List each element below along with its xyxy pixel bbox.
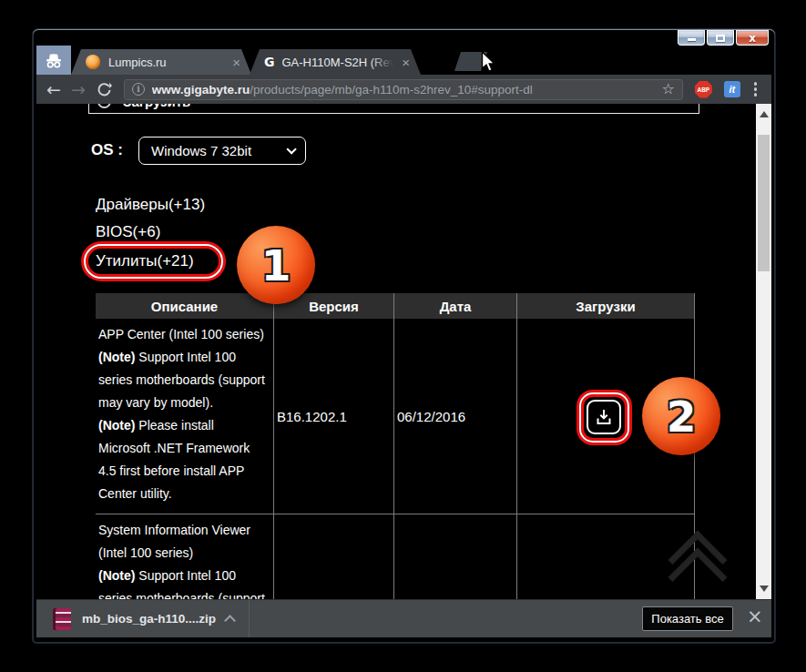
table-cell-downloads [516, 514, 695, 599]
scroll-down-icon[interactable] [760, 585, 769, 592]
page-info-icon[interactable]: i [132, 83, 145, 96]
url-domain: www.gigabyte.ru [152, 83, 250, 97]
column-header: Дата [393, 293, 516, 319]
window-minimize-button[interactable] [678, 30, 705, 46]
os-select-dropdown[interactable]: Windows 7 32bit [138, 137, 306, 165]
tab-gigabyte[interactable]: G GA-H110M-S2H (Rev. 1.0 × [250, 49, 421, 75]
incognito-spy-icon [44, 53, 64, 68]
column-header: Загрузки [516, 293, 695, 319]
download-icon [593, 406, 615, 428]
maximize-icon [716, 35, 725, 42]
table-cell-date: 06/12/2016 [393, 319, 516, 514]
table-cell-version: B16.1202.1 [273, 319, 393, 514]
download-button[interactable] [587, 400, 621, 434]
os-label: OS : [91, 141, 123, 159]
chevron-down-icon [286, 144, 296, 154]
downloads-table: Описание Версия Дата Загрузки APP Center… [96, 293, 695, 599]
download-bar: mb_bios_ga-h110....zip Показать все × [36, 599, 771, 637]
tab-title: Lumpics.ru [108, 56, 167, 69]
url-text: www.gigabyte.ru/products/page/mb/ga-h110… [152, 83, 655, 97]
browser-toolbar: ← → i www.gigabyte.ru/products/page/mb/g… [36, 75, 771, 104]
link-drivers[interactable]: Драйверы(+13) [96, 196, 205, 214]
tab-close-icon[interactable]: × [396, 56, 410, 69]
annotation-step-badge: 1 [237, 226, 315, 304]
scrollbar-thumb[interactable] [758, 135, 770, 271]
annotation-number: 2 [667, 392, 697, 442]
back-to-top-icon[interactable] [673, 539, 729, 599]
window-close-button[interactable]: x [736, 30, 769, 46]
reload-button[interactable] [97, 82, 112, 97]
bookmark-star-icon[interactable]: ☆ [662, 82, 675, 97]
adblock-extension-icon[interactable]: ABP [695, 81, 712, 98]
close-icon: x [749, 33, 756, 44]
window-maximize-button[interactable] [707, 30, 734, 46]
mouse-cursor [481, 51, 498, 77]
browser-window: x Lumpics.ru × G GA-H110M-S2H (Rev. 1.0 [33, 29, 775, 643]
downloaded-file-button[interactable]: mb_bios_ga-h110....zip [82, 612, 216, 626]
page-content: Загрузить OS : Windows 7 32bit Драйверы(… [36, 104, 756, 599]
reload-icon [97, 82, 112, 97]
zip-file-icon [53, 608, 71, 630]
desktop-background: x Lumpics.ru × G GA-H110M-S2H (Rev. 1.0 [0, 0, 806, 672]
link-bios[interactable]: BIOS(+6) [96, 223, 160, 241]
table-cell-description: System Information Viewer (Intel 100 ser… [96, 514, 273, 599]
tab-title: GA-H110M-S2H (Rev. 1.0 [282, 56, 393, 69]
file-menu-chevron-icon[interactable] [224, 615, 236, 626]
url-path: /products/page/mb/ga-h110m-s2hrev_10#sup… [250, 83, 532, 97]
lumpics-favicon-icon [86, 55, 100, 69]
back-button[interactable]: ← [46, 81, 61, 98]
page-scrollbar[interactable] [756, 104, 771, 599]
os-select-value: Windows 7 32bit [151, 143, 251, 158]
address-bar[interactable]: i www.gigabyte.ru/products/page/mb/ga-h1… [124, 79, 683, 100]
minimize-icon [688, 38, 696, 41]
chrome-menu-button[interactable] [754, 82, 758, 97]
show-all-downloads-button[interactable]: Показать все [642, 606, 733, 631]
tab-close-icon[interactable]: × [227, 56, 240, 69]
table-cell-date [393, 514, 516, 599]
radio-button-icon[interactable] [97, 104, 111, 108]
highlight-ring-utilities [84, 244, 223, 279]
table-cell-description: APP Center (Intel 100 series) (Note) Sup… [96, 319, 273, 514]
annotation-number: 1 [261, 240, 291, 290]
incognito-badge [36, 46, 71, 75]
tab-lumpics[interactable]: Lumpics.ru × [71, 49, 251, 75]
gigabyte-favicon-icon: G [264, 56, 275, 68]
scroll-up-icon[interactable] [760, 111, 769, 117]
clipped-download-option[interactable]: Загрузить [88, 104, 699, 114]
clipped-option-label: Загрузить [123, 104, 190, 109]
table-cell-version [273, 514, 393, 599]
column-header: Описание [96, 293, 273, 319]
window-controls: x [678, 30, 769, 46]
forward-button[interactable]: → [71, 81, 86, 98]
tab-strip: Lumpics.ru × G GA-H110M-S2H (Rev. 1.0 × [36, 46, 771, 75]
annotation-step-badge: 2 [642, 377, 720, 455]
close-download-bar-icon[interactable]: × [747, 606, 763, 627]
shelf-divider [249, 600, 250, 637]
it-extension-icon[interactable]: it [724, 81, 740, 97]
